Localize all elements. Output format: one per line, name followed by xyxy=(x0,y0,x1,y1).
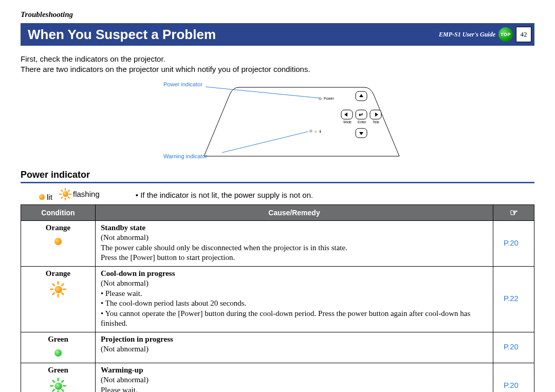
table-row: GreenProjection in progress(Not abnormal… xyxy=(21,332,534,363)
remedy-cell: Cool-down in progress(Not abnormal)Pleas… xyxy=(96,266,493,332)
th-ref: ☞ xyxy=(493,204,534,220)
remedy-line: The power cable should only be disconnec… xyxy=(101,243,488,253)
intro-line-1: First, check the indicators on the proje… xyxy=(21,54,534,64)
legend-note: • If the indicator is not lit, the power… xyxy=(136,191,313,199)
header-bar: When You Suspect a Problem EMP-S1 User's… xyxy=(21,23,534,46)
condition-color: Green xyxy=(26,334,90,345)
page-ref-link[interactable]: P.22 xyxy=(493,266,534,332)
section-heading: Power indicator xyxy=(21,170,534,180)
legend-lit: lit xyxy=(47,193,52,201)
green-flashing-icon xyxy=(51,379,66,392)
remedy-line: Press the [Power] button to start projec… xyxy=(101,253,488,263)
remedy-bullets: Please wait.The cool-down period lasts a… xyxy=(101,289,488,329)
page-ref-link[interactable]: P.20 xyxy=(493,220,534,266)
power-indicator-callout: Power indicator xyxy=(163,81,202,87)
guide-label: EMP-S1 User's Guide xyxy=(439,31,495,39)
remedy-title: Standby state xyxy=(101,223,488,233)
remedy-title: Projection in progress xyxy=(101,334,488,345)
remedy-status: (Not abnormal) xyxy=(101,278,488,289)
table-row: OrangeCool-down in progress(Not abnormal… xyxy=(21,266,534,332)
intro-line-2: There are two indicators on the projecto… xyxy=(21,64,534,74)
svg-text:🌡: 🌡 xyxy=(319,129,322,133)
orange-flashing-icon xyxy=(51,282,66,297)
svg-point-3 xyxy=(310,129,312,132)
page-ref-link[interactable]: P.20 xyxy=(493,332,534,363)
remedy-status: (Not abnormal) xyxy=(101,344,488,354)
remedy-bullet: Please wait. xyxy=(101,289,488,299)
intro-text: First, check the indicators on the proje… xyxy=(21,54,534,75)
remedy-status: (Not abnormal) xyxy=(101,233,488,243)
svg-text:↵: ↵ xyxy=(359,111,363,118)
remedy-title: Warming-up xyxy=(101,365,488,376)
remedy-cell: Standby state(Not abnormal)The power cab… xyxy=(96,220,493,266)
condition-color: Green xyxy=(26,365,90,376)
legend-flashing: flashing xyxy=(73,190,100,198)
page-number: 42 xyxy=(516,27,531,42)
condition-cell: Green xyxy=(21,363,96,392)
svg-text:☼: ☼ xyxy=(314,129,317,133)
condition-cell: Orange xyxy=(21,220,96,266)
page-title: When You Suspect a Problem xyxy=(28,27,216,43)
panel-power-label: Power xyxy=(324,97,335,100)
th-cause: Cause/Remedy xyxy=(96,204,493,220)
table-row: GreenWarming-up(Not abnormal)Please wait… xyxy=(21,363,534,392)
panel-enter-label: Enter xyxy=(358,120,366,124)
remedy-title: Cool-down in progress xyxy=(101,269,488,279)
flashing-icon xyxy=(60,189,71,200)
green-lit-icon xyxy=(54,349,62,357)
condition-cell: Green xyxy=(21,332,96,363)
top-nav-button[interactable]: TOP xyxy=(498,27,513,42)
remedy-bullet: The cool-down period lasts about 20 seco… xyxy=(101,298,488,309)
lit-icon xyxy=(39,194,45,200)
indicator-legend: lit flashing • If the indicator is not l… xyxy=(21,188,534,204)
remedy-line: Please wait. xyxy=(101,385,488,393)
orange-lit-icon xyxy=(54,238,62,245)
indicator-table: Condition Cause/Remedy ☞ OrangeStandby s… xyxy=(21,204,534,393)
remedy-cell: Projection in progress(Not abnormal) xyxy=(96,332,493,363)
condition-cell: Orange xyxy=(21,266,96,332)
page-ref-link[interactable]: P.20 xyxy=(493,363,534,392)
table-row: OrangeStandby state(Not abnormal)The pow… xyxy=(21,220,534,266)
remedy-status: (Not abnormal) xyxy=(101,375,488,385)
remedy-bullet: You cannot operate the [Power] button du… xyxy=(101,309,488,329)
condition-color: Orange xyxy=(26,269,90,279)
warning-indicator-callout: Warning indicator xyxy=(163,153,208,159)
th-condition: Condition xyxy=(21,204,96,220)
projector-diagram: Power ☼ 🌡 ↵ Wide Enter Tele Power indica… xyxy=(21,80,534,162)
remedy-cell: Warming-up(Not abnormal)Please wait.Warm… xyxy=(96,363,493,392)
panel-tele-label: Tele xyxy=(373,120,379,124)
section-rule xyxy=(21,182,534,183)
breadcrumb: Troubleshooting xyxy=(21,10,534,19)
condition-color: Orange xyxy=(26,223,90,233)
panel-wide-label: Wide xyxy=(343,120,351,124)
svg-point-2 xyxy=(319,97,321,99)
